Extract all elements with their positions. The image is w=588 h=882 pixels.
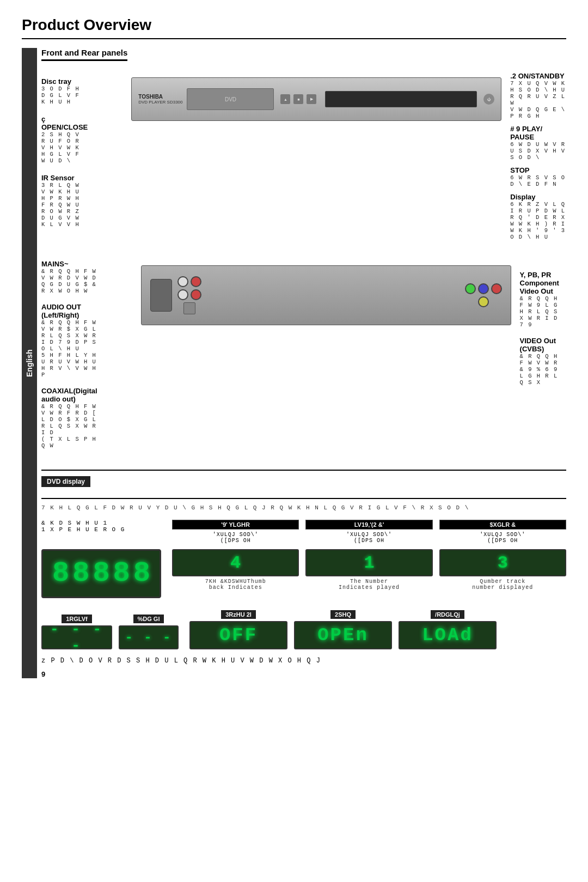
play-pause-title: # 9 PLAY/ PAUSE (510, 125, 566, 141)
mains-desc: & R Q Q H F W V W R D V W D Q G D U G $ … (41, 268, 97, 294)
rear-right-labels: Y, PB, PR Component Video Out & R Q Q H … (511, 260, 566, 457)
on-standby-desc1: 7 X U Q V W K H S O D \ H U R Q R U V Z … (510, 80, 566, 106)
mini-col-2-desc2: number displayed (439, 585, 566, 591)
component-connectors (465, 283, 502, 307)
loading-label: /RDGLQj (431, 610, 464, 619)
standby-button[interactable]: ⏻ (483, 94, 494, 105)
bad-disc-display: - - - (119, 625, 179, 649)
on-standby-desc2: V W D Q G E \ P R G H (510, 106, 566, 119)
dvd-player-rear (141, 265, 511, 325)
bad-disc-indicator: %DG Gl - - - (119, 613, 179, 649)
open-display: OPEn (294, 621, 392, 649)
stop-annotation: STOP 6 W R S V S O D \ E D F N (510, 166, 566, 187)
power-off-display: OFF (189, 621, 287, 649)
coaxial-desc1: & R Q Q H F W V W R F R D [ L D O $ X G … (41, 403, 97, 436)
col-2-header: $XGLR & (439, 520, 566, 530)
col-0-header: '9' YLGHR (172, 520, 299, 530)
mini-col-0-desc2: back Indicates (172, 585, 299, 591)
section-label: Front and Rear panels (41, 48, 127, 61)
mains-title: MAINS~ (41, 260, 97, 268)
left-label-open-close: ç OPEN/CLOSE 2 S H Q V R U F O R V H V W… (41, 115, 88, 164)
seg-digit-2: 8 (72, 559, 89, 588)
dvd-display-description: 7 K H L Q G L F D W R U V Y D U \ G H S … (41, 504, 566, 511)
bottom-indicator-row: 1RGLVf - - - - %DG Gl - - - 3RzHU 2I OFF (41, 609, 566, 649)
col-0-sub2: ([DPS OH (172, 538, 299, 544)
right-indicators: 3RzHU 2I OFF 2SHQ OPEn /RDGLQj LOAd (189, 609, 497, 649)
left-labels: Disc tray 3 O D F H D G L V F K H U H ç … (41, 72, 88, 247)
coaxial-desc2: ( T X L S P H Q W (41, 436, 97, 449)
page-title: Product Overview (22, 16, 566, 39)
mini-col-0: 4 7KH &KDSWHUThumb back Indicates (172, 549, 299, 591)
audio-row1 (177, 276, 201, 287)
disc-tray-visual (187, 88, 274, 110)
component-video-annotation: Y, PB, PR Component Video Out & R Q Q H … (520, 271, 566, 328)
col-0-sub1: 'XULQJ SOD\' (172, 532, 299, 538)
play-pause-desc: 6 W D U W V R U S D X V H V S O D \ (510, 141, 566, 161)
open-label: 2SHQ (330, 610, 356, 619)
cvbs-desc: & R Q Q H F W V W R & 9 % 6 9 L G H R L … (520, 353, 566, 386)
seg-digit-5: 8 (133, 559, 150, 588)
cvbs-title: VIDEO Out (CVBS) (520, 337, 566, 353)
pr-connector (491, 283, 502, 294)
model-name: DVD PLAYER SD3300 (138, 100, 182, 105)
display-desc: 6 K R Z V L Q I R U P D W L R Q ' D E R … (510, 201, 566, 240)
mini-display-1: 1 (305, 549, 432, 576)
divider-1 (41, 470, 566, 471)
digital-out-connector (183, 302, 195, 314)
open-indicator: 2SHQ OPEn (294, 609, 392, 649)
disc-tray-title: Disc tray (41, 77, 88, 86)
dvd-front-buttons: ▲ ■ ▶ (280, 94, 316, 104)
display-panels-row: 8 8 8 8 8 4 7KH &KDSWHUThumb back Indica… (41, 549, 566, 598)
power-off-label: 3RzHU 2I (221, 610, 256, 619)
chapter-sub-labels: & K D S W H U 1 1 X P E H U E R O G '9' … (41, 520, 566, 544)
mini-displays-group: 4 7KH &KDSWHUThumb back Indicates 1 The … (172, 549, 566, 591)
open-close-title: ç OPEN/CLOSE (41, 115, 88, 131)
front-panel-layout: Disc tray 3 O D F H D G L V F K H U H ç … (41, 72, 566, 247)
audio-out-desc2: 5 H F H L Y H U R U V W H U H R V \ V W … (41, 352, 97, 378)
seg-digit-1: 8 (52, 559, 69, 588)
col-headers-row: '9' YLGHR 'XULQJ SOD\' ([DPS OH LV19,'(2… (172, 520, 566, 544)
bad-disc-label: %DG Gl (133, 615, 164, 623)
y-connector (465, 283, 476, 294)
on-standby-title: .2 ON/STANDBY (510, 72, 566, 80)
col-0: '9' YLGHR 'XULQJ SOD\' ([DPS OH (172, 520, 299, 544)
rear-section: MAINS~ & R Q Q H F W V W R D V W D Q G D… (41, 260, 566, 457)
dvd-player-inner: TOSHIBA DVD PLAYER SD3300 ▲ ■ ▶ ⏻ (132, 78, 501, 120)
audio-white-connector2 (177, 289, 188, 300)
loading-display: LOAd (399, 621, 497, 649)
power-connector (150, 279, 172, 312)
mini-col-0-desc1: 7KH &KDSWHUThumb (172, 579, 299, 585)
ir-sensor-title: IR Sensor (41, 174, 88, 182)
cvbs-connector (478, 296, 489, 307)
component-row (465, 283, 502, 294)
cvbs-annotation: VIDEO Out (CVBS) & R Q Q H F W V W R & 9… (520, 337, 566, 386)
mini-col-2: 3 Qumber track number displayed (439, 549, 566, 591)
chapter-label: & K D S W H U 1 (41, 520, 161, 526)
component-video-desc: & R Q Q H F W 9 L G H R L Q S X W R I D … (520, 295, 566, 328)
col-2-sub1: 'XULQJ SOD\' (439, 532, 566, 538)
center-device: TOSHIBA DVD PLAYER SD3300 ▲ ■ ▶ ⏻ (88, 72, 501, 247)
coaxial-title: COAXIAL(Digital audio out) (41, 387, 97, 403)
mini-col-1: 1 The Number Indicates played (305, 549, 432, 591)
play-pause-btn-front[interactable]: ▶ (307, 94, 316, 104)
number-bold-label: 1 X P E H U E R O G (41, 526, 161, 533)
play-pause-annotation: # 9 PLAY/ PAUSE 6 W D U W V R U S D X V … (510, 125, 566, 161)
col-2: $XGLR & 'XULQJ SOD\' ([DPS OH (439, 520, 566, 544)
bottom-note: z P D \ D O V R D S S H D U L Q R W K H … (41, 657, 566, 665)
mini-display-0: 4 (172, 549, 299, 576)
main-content: English Front and Rear panels Disc tray … (22, 48, 566, 678)
col-1: LV19,'(2 &' 'XULQJ SOD\' ([DPS OH (305, 520, 432, 544)
audio-out-annotation: AUDIO OUT (Left/Right) & R Q Q H F W V W… (41, 303, 97, 378)
audio-out-title: AUDIO OUT (Left/Right) (41, 303, 97, 319)
audio-red-connector (191, 276, 201, 287)
audio-white-connector (177, 276, 188, 287)
audio-connectors-group (177, 276, 201, 314)
audio-out-desc1: & R Q Q H F W V W R $ X G L R L Q S X W … (41, 319, 97, 352)
stop-title: STOP (510, 166, 566, 174)
toshiba-brand: TOSHIBA (138, 94, 163, 100)
seg-digit-3: 8 (93, 559, 109, 588)
open-close-btn[interactable]: ▲ (280, 94, 290, 104)
no-disc-indicator: 1RGLVf - - - - (41, 613, 112, 649)
stop-btn-front[interactable]: ■ (293, 94, 303, 104)
left-indicators: 1RGLVf - - - - %DG Gl - - - (41, 613, 179, 649)
